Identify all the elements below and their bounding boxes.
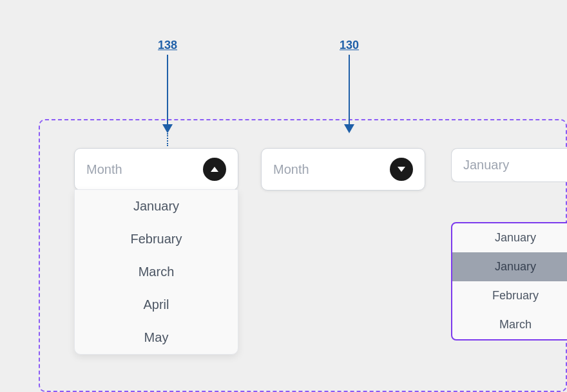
dropdown-right-list-header: January [452,223,567,252]
arrow-right-label: 130 [340,39,359,52]
chevron-down-circle[interactable] [390,158,413,181]
chevron-down-icon [398,167,405,172]
list-item[interactable]: May [75,321,238,354]
chevron-up-icon [211,167,218,172]
list-item[interactable]: February [75,223,238,256]
list-item[interactable]: March [75,256,238,288]
dropdown-left-list: January February March April May [74,189,238,355]
dropdown-right-trigger[interactable]: January [451,148,567,182]
dropdown-middle-trigger[interactable]: Month [261,148,425,191]
list-item[interactable]: February [452,281,567,310]
dropdown-right-open-list: January January February March [451,222,567,341]
main-container: 138 130 Month January February March Apr… [0,0,567,392]
dropdown-left-trigger[interactable]: Month [74,148,238,191]
arrow-right: 130 [340,39,359,126]
arrow-right-line [349,55,350,126]
arrow-left-dot [167,133,168,146]
arrow-left-line [167,55,168,126]
list-item[interactable]: April [75,288,238,321]
dropdown-left: Month January February March April May [74,148,238,355]
dropdown-middle-placeholder: Month [273,162,309,177]
dropdown-left-placeholder: Month [86,162,122,177]
chevron-up-circle[interactable] [203,158,226,181]
arrow-left-label: 138 [158,39,177,52]
list-item[interactable]: March [452,310,567,339]
dropdown-right-selected-item[interactable]: January [452,252,567,281]
dropdown-middle: Month [261,148,425,191]
dropdown-right-placeholder: January [463,158,509,173]
dropdown-right: January [451,148,567,182]
arrow-left: 138 [158,39,177,146]
list-item[interactable]: January [75,190,238,223]
